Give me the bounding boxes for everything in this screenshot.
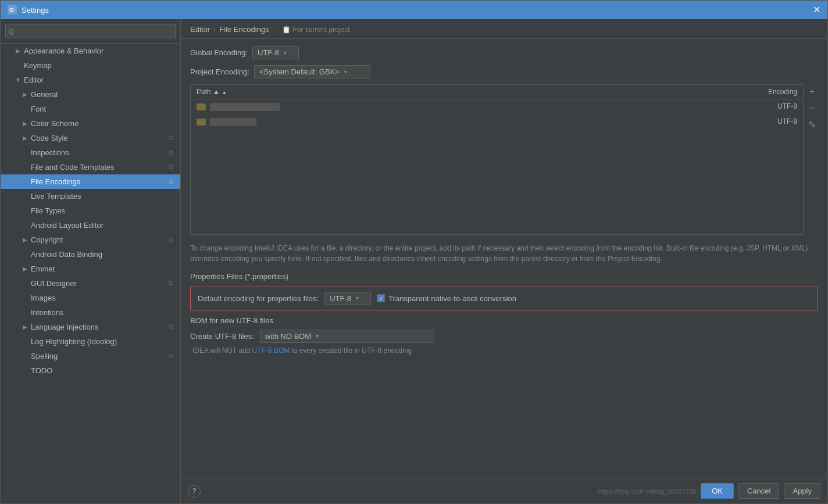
sidebar-item-label: Color Scheme: [31, 119, 78, 128]
search-prefix-icon: Q: [9, 28, 14, 35]
sidebar-item-todo[interactable]: TODO: [1, 363, 180, 378]
close-button[interactable]: ✕: [813, 5, 820, 15]
ok-button[interactable]: OK: [701, 483, 734, 499]
sidebar-item-label: Android Data Binding: [31, 250, 102, 259]
sidebar-item-label: GUI Designer: [31, 279, 77, 288]
project-encoding-dropdown[interactable]: <System Default: GBK> ▼: [254, 65, 370, 78]
encoding-table-wrapper: Path ▲ Encoding: [190, 84, 804, 235]
sidebar-item-log-highlighting[interactable]: Log Highlighting (Ideolog): [1, 334, 180, 349]
title-bar: ⚙ Settings ✕: [1, 1, 827, 19]
breadcrumb-page: File Encodings: [219, 25, 269, 34]
dropdown-arrow-icon: ▼: [343, 69, 348, 75]
table-row-empty: [191, 129, 803, 234]
sidebar-item-label: Code Style: [31, 134, 68, 142]
remove-row-button[interactable]: −: [806, 101, 818, 116]
expand-arrow-icon: ▶: [15, 48, 22, 55]
sidebar-item-file-encodings[interactable]: File Encodings ⧉: [1, 174, 180, 189]
table-header-path[interactable]: Path ▲: [191, 85, 619, 99]
window-title: Settings: [22, 6, 49, 15]
sidebar-item-code-style[interactable]: ▶ Code Style ⧉: [1, 131, 180, 145]
bom-note: IDEA will NOT add UTF-8 BOM to every cre…: [190, 346, 818, 355]
main-panel: Editor › File Encodings 📋 For current pr…: [181, 19, 827, 503]
expand-arrow-icon: ▶: [22, 91, 28, 98]
copy-icon: ⧉: [169, 280, 173, 287]
dropdown-arrow-icon: ▼: [283, 50, 288, 56]
edit-row-button[interactable]: ✎: [806, 117, 818, 133]
sidebar-item-gui-designer[interactable]: GUI Designer ⧉: [1, 276, 180, 291]
project-encoding-value: <System Default: GBK>: [259, 67, 340, 76]
properties-encoding-dropdown[interactable]: UTF-8 ▼: [324, 292, 371, 305]
table-row[interactable]: UTF-8: [191, 99, 803, 115]
sidebar-item-file-types[interactable]: File Types: [1, 203, 180, 218]
table-row[interactable]: UTF-8: [191, 114, 803, 129]
title-bar-left: ⚙ Settings: [8, 5, 49, 15]
expand-arrow-icon: [22, 222, 28, 229]
expand-arrow-icon: [22, 251, 28, 258]
info-text: To change encoding IntelliJ IDEA uses fo…: [190, 241, 818, 266]
info-text-content: To change encoding IntelliJ IDEA uses fo…: [190, 244, 808, 263]
sidebar-item-live-templates[interactable]: Live Templates: [1, 189, 180, 203]
sidebar-item-file-code-templates[interactable]: File and Code Templates ⧉: [1, 160, 180, 174]
sidebar-item-intentions[interactable]: Intentions: [1, 305, 180, 320]
sidebar-item-editor[interactable]: ▼ Editor: [1, 73, 180, 87]
table-side-buttons: + − ✎: [806, 84, 818, 133]
sidebar-item-label: Language Injections: [31, 323, 98, 331]
sidebar-item-label: File Types: [31, 206, 65, 215]
svg-text:⚙: ⚙: [9, 6, 15, 13]
search-box: Q: [1, 19, 180, 44]
expand-arrow-icon: [22, 367, 28, 374]
transparent-conversion-checkbox[interactable]: [377, 294, 385, 302]
global-encoding-label: Global Encoding:: [190, 48, 248, 57]
global-encoding-value: UTF-8: [258, 48, 279, 57]
create-utf8-dropdown[interactable]: with NO BOM ▼: [260, 330, 434, 343]
sidebar-item-android-layout-editor[interactable]: Android Layout Editor: [1, 218, 180, 233]
table-cell-encoding: UTF-8: [619, 99, 803, 115]
table-cell-path: [191, 99, 619, 115]
transparent-conversion-label: Transparent native-to-ascii conversion: [388, 294, 516, 303]
help-button[interactable]: ?: [188, 485, 201, 498]
bom-note-highlight: UTF-8 BOM: [252, 346, 290, 355]
for-project-label: For current project: [293, 26, 350, 34]
sidebar-item-images[interactable]: Images: [1, 291, 180, 305]
copy-icon: ⧉: [169, 134, 173, 142]
bom-section: BOM for new UTF-8 files Create UTF-8 fil…: [190, 316, 818, 355]
sidebar-item-spelling[interactable]: Spelling ⧉: [1, 349, 180, 363]
sidebar-item-label: Intentions: [31, 308, 63, 317]
cancel-button[interactable]: Cancel: [738, 483, 779, 499]
expand-arrow-icon: [22, 193, 28, 200]
sidebar-item-appearance-behavior[interactable]: ▶ Appearance & Behavior: [1, 44, 180, 58]
apply-button[interactable]: Apply: [784, 483, 820, 499]
breadcrumb: Editor › File Encodings: [190, 25, 269, 34]
bom-section-title: BOM for new UTF-8 files: [190, 316, 818, 325]
encoding-table-container: Path ▲ Encoding: [190, 84, 818, 235]
table-header-encoding[interactable]: Encoding: [619, 85, 803, 99]
expand-arrow-icon: [22, 295, 28, 302]
sidebar-item-general[interactable]: ▶ General: [1, 87, 180, 102]
sidebar-item-label: Log Highlighting (Ideolog): [31, 337, 117, 346]
sidebar-item-android-data-binding[interactable]: Android Data Binding: [1, 247, 180, 262]
sidebar-item-keymap[interactable]: Keymap: [1, 58, 180, 73]
sidebar-item-inspections[interactable]: Inspections ⧉: [1, 145, 180, 160]
for-project-link[interactable]: 📋 For current project: [282, 26, 350, 34]
properties-default-encoding-label: Default encoding for properties files:: [198, 294, 319, 303]
for-project-icon: 📋: [282, 26, 291, 34]
table-cell-path: [191, 114, 619, 129]
expand-arrow-icon: [22, 309, 28, 316]
expand-arrow-icon: [22, 338, 28, 345]
sidebar-item-label: Live Templates: [31, 192, 81, 201]
sidebar-item-emmet[interactable]: ▶ Emmet: [1, 262, 180, 276]
sidebar-item-copyright[interactable]: ▶ Copyright ⧉: [1, 233, 180, 247]
add-row-button[interactable]: +: [806, 84, 818, 99]
copy-icon: ⧉: [169, 178, 173, 185]
sidebar-item-color-scheme[interactable]: ▶ Color Scheme: [1, 116, 180, 131]
sidebar-item-language-injections[interactable]: ▶ Language Injections ⧉: [1, 320, 180, 334]
properties-section-title: Properties Files (*.properties): [190, 272, 818, 281]
search-input[interactable]: [5, 24, 176, 38]
sidebar-item-font[interactable]: Font: [1, 102, 180, 116]
create-utf8-value: with NO BOM: [265, 332, 311, 341]
global-encoding-dropdown[interactable]: UTF-8 ▼: [252, 46, 299, 59]
expand-arrow-icon: ▼: [15, 77, 22, 84]
expand-arrow-icon: [22, 353, 28, 360]
folder-icon: [197, 103, 206, 110]
expand-arrow-icon: ▶: [22, 237, 28, 244]
